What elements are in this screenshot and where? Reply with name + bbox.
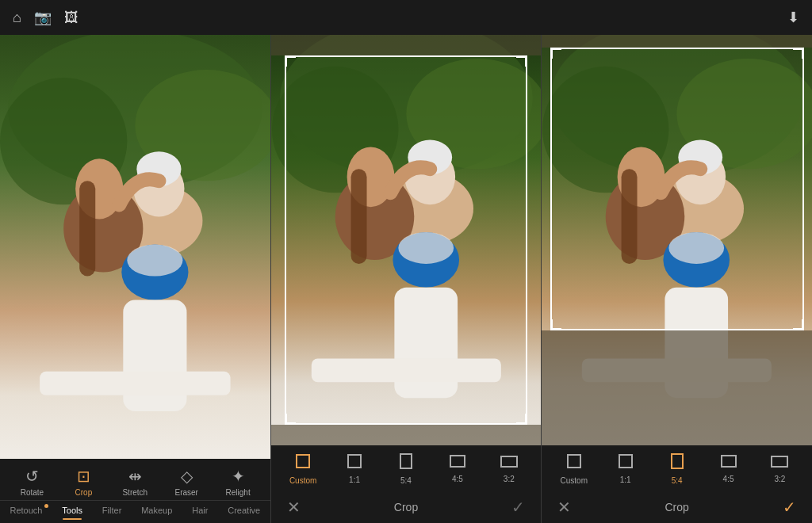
action-bar-3: ✕ Crop ✓ xyxy=(542,491,812,523)
tab-retouch[interactable]: Retouch xyxy=(3,504,48,517)
svg-rect-45 xyxy=(619,455,632,468)
gallery-icon[interactable]: 🖼 xyxy=(64,10,79,26)
ratio-5-4-label-3: 5:4 xyxy=(672,476,683,485)
ratio-custom-icon-3 xyxy=(566,453,582,473)
svg-rect-27 xyxy=(348,455,361,468)
ratio-4-5-label-3: 4:5 xyxy=(723,475,734,483)
tool-eraser[interactable]: ◇ Eraser xyxy=(167,467,205,497)
svg-rect-21 xyxy=(350,169,366,264)
ratio-4-5-2[interactable]: 4:5 xyxy=(442,455,473,483)
cancel-button-2[interactable]: ✕ xyxy=(287,498,301,517)
ratio-5-4-3[interactable]: 5:4 xyxy=(661,453,693,485)
tab-creative[interactable]: Creative xyxy=(221,504,266,517)
ratio-1-1-3[interactable]: 1:1 xyxy=(610,454,642,484)
confirm-button-2[interactable]: ✓ xyxy=(511,498,525,517)
hair-label: Hair xyxy=(192,506,208,515)
tools-row: ↺ Rotate ⊡ Crop ⇹ Stretch ◇ Eraser ✦ R xyxy=(0,464,270,500)
ratio-5-4-icon-3 xyxy=(671,453,684,473)
svg-rect-44 xyxy=(568,455,580,468)
ratio-5-4-icon-2 xyxy=(400,453,412,473)
download-icon[interactable]: ⬇ xyxy=(787,9,799,26)
tool-relight[interactable]: ✦ Relight xyxy=(219,467,257,497)
ratio-5-4-label-2: 5:4 xyxy=(400,476,412,485)
stretch-icon: ⇹ xyxy=(128,467,142,486)
creative-label: Creative xyxy=(228,506,260,515)
tool-rotate[interactable]: ↺ Rotate xyxy=(13,467,51,497)
tool-crop[interactable]: ⊡ Crop xyxy=(64,467,102,497)
makeup-label: Makeup xyxy=(141,506,172,515)
relight-icon: ✦ xyxy=(232,467,245,486)
svg-rect-46 xyxy=(672,454,683,468)
retouch-label: Retouch xyxy=(10,506,42,515)
ratio-1-1-icon-3 xyxy=(619,454,633,472)
svg-rect-25 xyxy=(311,358,500,382)
ratio-4-5-icon-3 xyxy=(721,455,737,471)
cancel-button-3[interactable]: ✕ xyxy=(557,498,571,517)
ratio-4-5-icon-2 xyxy=(450,455,465,471)
svg-rect-8 xyxy=(79,181,95,276)
crop-action-label-3: Crop xyxy=(665,501,689,513)
eraser-label: Eraser xyxy=(174,488,197,497)
svg-rect-48 xyxy=(772,456,787,467)
panel-1-bottom: ↺ Rotate ⊡ Crop ⇹ Stretch ◇ Eraser ✦ R xyxy=(0,459,270,523)
confirm-button-3[interactable]: ✓ xyxy=(783,498,796,517)
crop-icon: ⊡ xyxy=(77,467,90,486)
ratio-4-5-label-2: 4:5 xyxy=(452,475,463,483)
svg-rect-39 xyxy=(622,169,638,264)
tab-tools[interactable]: Tools xyxy=(56,504,89,517)
svg-rect-30 xyxy=(501,456,517,467)
ratio-1-1-2[interactable]: 1:1 xyxy=(339,454,370,484)
tab-hair[interactable]: Hair xyxy=(186,504,214,517)
tab-makeup[interactable]: Makeup xyxy=(135,504,178,517)
top-bar-left-icons: ⌂ 📷 🖼 xyxy=(13,9,79,26)
top-bar: ⌂ 📷 🖼 ⬇ xyxy=(0,0,812,35)
ratio-3-2-label-2: 3:2 xyxy=(504,475,515,483)
photo-people-1 xyxy=(0,35,270,459)
rotate-label: Rotate xyxy=(21,488,44,497)
svg-rect-12 xyxy=(40,372,230,395)
photo-area-1 xyxy=(0,35,270,459)
panel-3: Custom 1:1 5:4 4:5 xyxy=(542,35,812,523)
svg-rect-47 xyxy=(722,456,736,467)
ratio-custom-label-2: Custom xyxy=(289,476,316,485)
crop-label: Crop xyxy=(75,488,93,497)
tools-label: Tools xyxy=(62,506,82,515)
ratio-3-2-3[interactable]: 3:2 xyxy=(764,455,795,483)
svg-point-42 xyxy=(669,232,725,264)
ratio-3-2-label-3: 3:2 xyxy=(775,475,786,483)
ratio-5-4-2[interactable]: 5:4 xyxy=(390,453,422,485)
action-bar-2: ✕ Crop ✓ xyxy=(271,491,542,523)
svg-rect-26 xyxy=(297,455,309,468)
crop-action-label-2: Crop xyxy=(394,501,418,513)
photo-area-2 xyxy=(271,35,542,445)
svg-rect-28 xyxy=(400,454,412,468)
ratio-custom-2[interactable]: Custom xyxy=(287,453,319,485)
ratio-custom-icon-2 xyxy=(295,453,311,473)
relight-label: Relight xyxy=(226,488,251,497)
ratio-1-1-label-3: 1:1 xyxy=(620,475,631,484)
svg-point-24 xyxy=(398,232,454,264)
retouch-dot xyxy=(44,504,48,508)
eraser-icon: ◇ xyxy=(181,467,193,486)
ratio-custom-label-3: Custom xyxy=(561,476,588,485)
panel-1: ↺ Rotate ⊡ Crop ⇹ Stretch ◇ Eraser ✦ R xyxy=(0,35,271,523)
photo-people-2 xyxy=(271,35,542,445)
home-icon[interactable]: ⌂ xyxy=(13,10,21,26)
ratio-custom-3[interactable]: Custom xyxy=(558,453,590,485)
ratio-3-2-2[interactable]: 3:2 xyxy=(493,455,525,483)
tab-filter[interactable]: Filter xyxy=(96,504,128,517)
ratio-4-5-3[interactable]: 4:5 xyxy=(713,455,745,483)
filter-label: Filter xyxy=(102,506,121,515)
stretch-label: Stretch xyxy=(122,488,147,497)
tool-stretch[interactable]: ⇹ Stretch xyxy=(116,467,154,497)
svg-rect-43 xyxy=(582,358,772,382)
tabs-row: Retouch Tools Filter Makeup Hair Creativ… xyxy=(0,500,270,520)
camera-icon[interactable]: 📷 xyxy=(34,9,52,26)
svg-point-11 xyxy=(127,244,182,276)
ratio-1-1-icon-2 xyxy=(347,454,362,472)
panel-2: Custom 1:1 5:4 4:5 xyxy=(271,35,542,523)
ratio-3-2-icon-2 xyxy=(500,455,518,471)
photo-area-3 xyxy=(542,35,812,445)
photo-people-3 xyxy=(542,35,812,445)
rotate-icon: ↺ xyxy=(25,467,39,486)
